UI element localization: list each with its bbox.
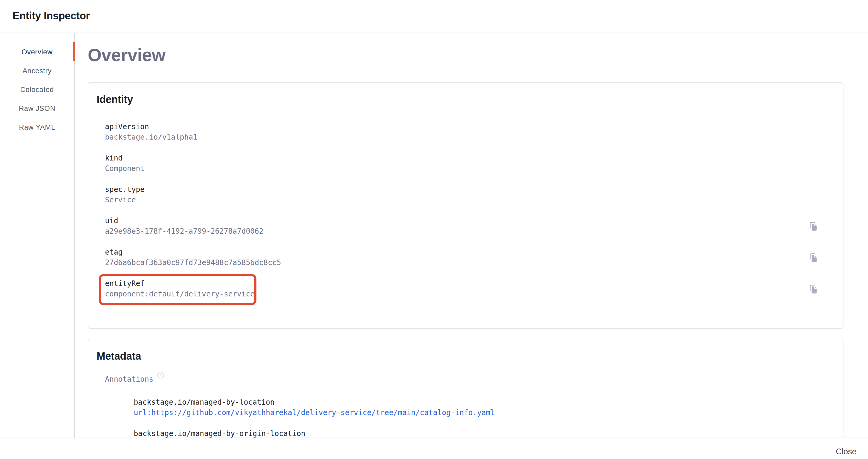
identity-card: Identity apiVersion backstage.io/v1alpha… [88, 82, 843, 329]
dialog-header: Entity Inspector [0, 0, 868, 32]
tab-label: Colocated [20, 85, 54, 93]
copy-entityref-button[interactable] [807, 283, 819, 294]
field-entityref: entityRef component:default/delivery-ser… [105, 278, 819, 299]
field-value: backstage.io/v1alpha1 [105, 132, 197, 142]
tab-raw-yaml[interactable]: Raw YAML [0, 118, 74, 137]
identity-card-title: Identity [97, 93, 819, 106]
annotation-managed-by-origin-location: backstage.io/managed-by-origin-location … [134, 428, 819, 437]
metadata-card-title: Metadata [97, 350, 819, 362]
annotation-value-link[interactable]: url:https://github.com/vikyathharekal/de… [134, 407, 495, 418]
tab-label: Raw JSON [19, 104, 55, 112]
field-label: entityRef [105, 278, 255, 289]
field-label: apiVersion [105, 121, 197, 132]
sidebar-tabs: Overview Ancestry Colocated Raw JSON Raw… [0, 33, 75, 437]
help-icon[interactable]: ? [157, 372, 164, 378]
tab-raw-json[interactable]: Raw JSON [0, 99, 74, 118]
entity-inspector-dialog: Entity Inspector Overview Ancestry Coloc… [0, 0, 868, 459]
tab-label: Raw YAML [19, 123, 55, 131]
annotation-managed-by-location: backstage.io/managed-by-location url:htt… [134, 397, 819, 418]
tab-label: Overview [22, 48, 53, 56]
active-tab-indicator [73, 42, 75, 61]
copy-uid-button[interactable] [807, 220, 819, 232]
field-label: kind [105, 153, 145, 163]
tab-panel-overview: Overview Identity apiVersion backstage.i… [75, 33, 868, 437]
copy-icon [807, 220, 819, 231]
field-value: Service [105, 195, 145, 205]
annotation-key: backstage.io/managed-by-location [134, 397, 819, 407]
copy-icon [807, 283, 819, 294]
tab-overview[interactable]: Overview [0, 42, 74, 61]
tab-label: Ancestry [23, 67, 52, 75]
field-label: uid [105, 216, 264, 226]
field-apiversion: apiVersion backstage.io/v1alpha1 [105, 121, 819, 142]
page-title: Overview [88, 44, 843, 66]
field-kind: kind Component [105, 153, 819, 174]
field-uid: uid a29e98e3-178f-4192-a799-26278a7d0062 [105, 216, 819, 236]
field-value: a29e98e3-178f-4192-a799-26278a7d0062 [105, 226, 264, 236]
tab-ancestry[interactable]: Ancestry [0, 61, 74, 80]
annotation-key: backstage.io/managed-by-origin-location [134, 428, 819, 437]
dialog-footer: Close [0, 437, 868, 459]
field-value: component:default/delivery-service [105, 289, 255, 299]
identity-fields: apiVersion backstage.io/v1alpha1 kind Co… [105, 121, 819, 299]
annotations-label: Annotations [105, 374, 153, 384]
field-label: spec.type [105, 184, 145, 195]
metadata-card: Metadata Annotations ? backstage.io/mana… [88, 339, 843, 437]
field-etag: etag 27d6a6bcaf363a0c97fd73e9488c7a5856d… [105, 247, 819, 268]
copy-icon [807, 252, 819, 263]
dialog-title: Entity Inspector [12, 10, 90, 22]
annotations-section: Annotations ? [105, 374, 819, 384]
annotations-list: backstage.io/managed-by-location url:htt… [134, 397, 819, 437]
tab-colocated[interactable]: Colocated [0, 80, 74, 99]
close-button[interactable]: Close [832, 445, 861, 458]
field-label: etag [105, 247, 281, 257]
field-value: 27d6a6bcaf363a0c97fd73e9488c7a5856dc8cc5 [105, 257, 281, 268]
field-value: Component [105, 163, 145, 174]
field-spec-type: spec.type Service [105, 184, 819, 205]
copy-etag-button[interactable] [807, 252, 819, 263]
